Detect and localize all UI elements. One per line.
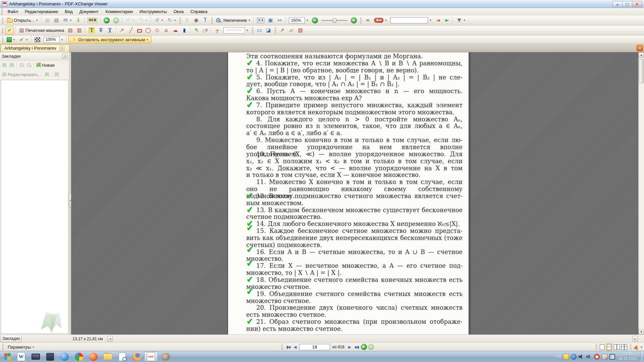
select-text-button[interactable]: T [201, 16, 209, 24]
dropdown-arrow-icon[interactable] [25, 38, 28, 41]
dropdown-arrow-icon[interactable] [161, 19, 163, 22]
keep-tool-active-toggle[interactable]: ☼Оставлять инструмент активным [68, 36, 152, 43]
link-poly-button[interactable]: ◪ [264, 26, 273, 35]
options-button[interactable]: Параметры [6, 343, 36, 351]
dropdown-arrow-icon[interactable] [32, 346, 35, 349]
show-desktop-button[interactable] [640, 351, 643, 362]
zoom-in-button[interactable]: + [350, 16, 358, 24]
arrow-tool-button[interactable]: ↗ [118, 26, 126, 35]
taskbar-gimp[interactable] [159, 352, 172, 362]
measure-distance-button[interactable]: ↗ [278, 26, 286, 35]
dropdown-arrow-icon[interactable] [463, 19, 466, 22]
zoom-tool-button[interactable]: Увеличение [215, 16, 252, 24]
tray-notes-icon[interactable] [563, 354, 569, 360]
opacity-select[interactable]: 100% [42, 36, 65, 44]
toolbar-grip[interactable] [211, 17, 213, 23]
search-prev-button[interactable]: ◄ [434, 16, 442, 24]
dropdown-arrow-icon[interactable] [640, 346, 643, 349]
vertical-scrollbar-thumb[interactable] [639, 59, 644, 83]
search-next-button[interactable]: ► [443, 16, 451, 24]
taskbar-folder[interactable] [101, 352, 114, 362]
checkmark-annotation[interactable]: ✔ [246, 259, 254, 268]
horizontal-scrollbar-track[interactable] [113, 336, 633, 342]
dropdown-arrow-icon[interactable] [384, 19, 387, 22]
previous-page-button[interactable] [292, 344, 298, 350]
actual-size-button[interactable]: 1:1 [256, 16, 266, 24]
dropdown-arrow-icon[interactable] [248, 19, 251, 22]
menu-item-Файл[interactable]: Файл [4, 8, 21, 15]
checkmark-tool-button[interactable]: ✔ [5, 26, 14, 35]
dropdown-arrow-icon[interactable] [173, 19, 176, 22]
document-view[interactable]: Эти соотношения называются формулами де … [71, 52, 644, 335]
bookmarks-list[interactable] [1, 80, 68, 334]
go-back-button[interactable]: ← [102, 16, 111, 24]
taskbar-app-dark[interactable] [43, 352, 57, 362]
tab-close-icon[interactable] [60, 46, 64, 51]
checkmark-annotation[interactable]: ✔ [246, 72, 254, 81]
zoom-slider[interactable] [320, 16, 349, 24]
search-button[interactable]: ∞ [364, 16, 372, 24]
open-button[interactable]: Открыть... [5, 16, 40, 24]
check-style-button[interactable]: ✔ [17, 36, 30, 44]
continuous-layout-selected[interactable] [606, 343, 612, 351]
dropdown-arrow-icon[interactable] [61, 38, 63, 41]
single-page-layout-button[interactable] [600, 344, 604, 350]
typewriter-button[interactable]: ▤Печатная машинка [17, 26, 65, 35]
toolbar-grip[interactable] [2, 37, 3, 43]
filter-button[interactable]: ▼ [455, 16, 467, 24]
tray-mute-icon[interactable] [579, 354, 584, 360]
dropdown-arrow-icon[interactable] [246, 29, 249, 32]
taskbar-app-orange[interactable] [87, 352, 100, 362]
minimize-button[interactable] [612, 1, 623, 7]
tray-display-icon[interactable] [609, 354, 615, 360]
link-rect-button[interactable]: ▭ [255, 26, 264, 35]
toolbar-grip[interactable] [275, 27, 276, 34]
cloud-tool-button[interactable]: ☁ [171, 26, 179, 35]
fit-page-button[interactable]: ▣ [266, 16, 275, 24]
callout-button[interactable]: ▥ [75, 26, 84, 35]
pin-tool-button[interactable]: ▮ [180, 26, 189, 35]
previous-view-button[interactable]: ← [361, 344, 367, 350]
scroll-up-icon[interactable] [639, 52, 644, 58]
pencil-tool-button[interactable]: ✎ [192, 26, 201, 35]
measure-area-button[interactable]: ▨ [296, 26, 305, 35]
snapshot-button[interactable]: ◉ [192, 16, 200, 24]
panel-close-icon[interactable] [62, 54, 67, 59]
taskbar-firefox[interactable] [130, 352, 143, 362]
checkmark-annotation[interactable]: ✔ [246, 191, 254, 200]
checkmark-annotation[interactable]: ✔ [246, 223, 254, 232]
checkmark-annotation[interactable]: ✔ [246, 86, 254, 95]
layout-grip[interactable] [596, 344, 597, 350]
color-swatch-button[interactable] [5, 36, 17, 44]
export-button[interactable]: ⇓ [74, 16, 83, 24]
checkmark-annotation[interactable]: ✔ [246, 100, 254, 109]
checkmark-annotation[interactable]: ✔ [246, 205, 254, 214]
vertical-scrollbar[interactable] [638, 52, 644, 335]
polygon-tool-button[interactable]: ⌂ [162, 26, 170, 35]
eraser-tool-button[interactable] [201, 26, 209, 35]
layout-grip[interactable] [630, 344, 631, 350]
statusbar-grip[interactable] [2, 344, 4, 350]
dropdown-arrow-icon[interactable] [69, 19, 72, 22]
zoom-out-button[interactable]: − [311, 16, 319, 24]
menubar-grip[interactable] [1, 9, 3, 15]
new-bookmark-button[interactable]: Новая [35, 61, 56, 69]
typewriter-tool-button[interactable]: T [87, 26, 96, 35]
fit-width-button[interactable]: ↔ [275, 16, 284, 24]
toolbar-grip[interactable] [2, 17, 3, 23]
first-page-button[interactable] [285, 344, 291, 350]
checkmark-annotation[interactable]: ✔ [246, 275, 254, 284]
line-tool-button[interactable]: ╱ [127, 26, 135, 35]
menu-item-Редактирование[interactable]: Редактирование [21, 8, 61, 15]
nav-grip[interactable] [281, 344, 283, 350]
title-bar[interactable]: Arkhangelsky i Ponomarev - PDF-XChange V… [0, 0, 644, 8]
close-button[interactable] [632, 1, 642, 7]
dropdown-arrow-icon[interactable] [306, 19, 309, 22]
facing-pages-layout-button[interactable] [614, 344, 620, 350]
dropdown-arrow-icon[interactable] [145, 19, 148, 22]
toolbar-grip[interactable] [252, 27, 253, 34]
menu-item-Окна[interactable]: Окна [170, 8, 187, 15]
dropdown-arrow-icon[interactable] [36, 19, 38, 22]
taskbar-clock[interactable]: 13:31 08.11.2016 [619, 352, 637, 361]
opacity-pattern-button[interactable] [33, 36, 42, 44]
